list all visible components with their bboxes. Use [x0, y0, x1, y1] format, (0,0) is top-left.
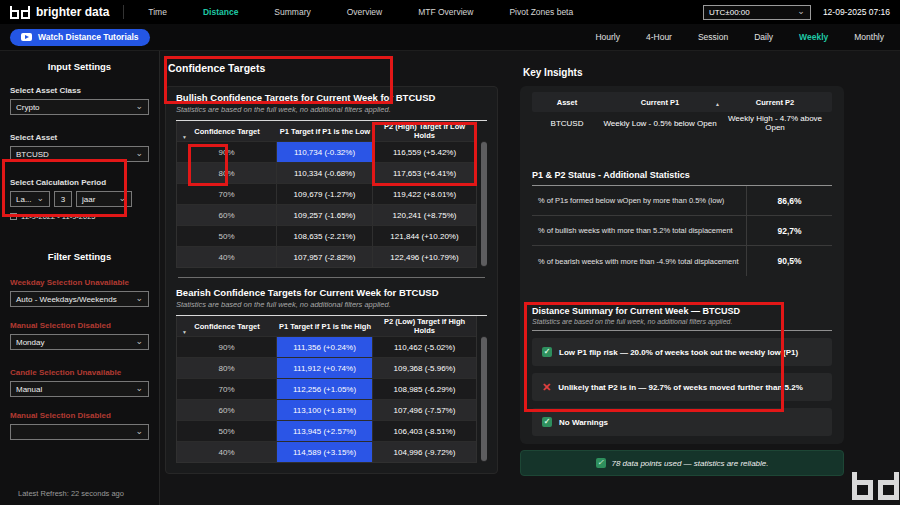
table-row[interactable]: 60%109,257 (-1.65%)120,241 (+8.75%) — [177, 204, 476, 225]
summary-row: ✓No Warnings — [532, 408, 832, 436]
weekday-selection-select[interactable]: Auto - Weekdays/Weekends ⌄ — [10, 291, 149, 307]
manual-weekday-select[interactable]: Monday ⌄ — [10, 334, 149, 350]
insights-table-header: Asset Current P1 ▲ Current P2 — [532, 92, 832, 112]
bd-watermark-logo — [852, 472, 899, 500]
calc-period-mode-select[interactable]: La... ⌄ — [10, 191, 50, 207]
table-row[interactable]: 60%113,100 (+1.81%)107,496 (-7.57%) — [177, 399, 476, 420]
stat-row: % of bearish weeks with more than -4.9% … — [532, 246, 832, 276]
bullish-heading: Bullish Confidence Targets for Current W… — [176, 92, 487, 103]
table-cell: 107,957 (-2.82%) — [277, 247, 373, 267]
sort-desc-icon: ▼ — [182, 134, 187, 140]
table-cell: 60% — [177, 205, 277, 225]
stat-value: 92,7% — [746, 216, 832, 245]
watch-tutorials-label: Watch Distance Tutorials — [38, 32, 139, 42]
table-row[interactable]: 70%112,256 (+1.05%)108,985 (-6.29%) — [177, 378, 476, 399]
tab-session[interactable]: Session — [698, 32, 728, 42]
table-cell: 70% — [177, 184, 277, 204]
col-p1-target[interactable]: P1 Target if P1 is the Low — [277, 127, 373, 136]
check-icon: ✓ — [596, 458, 606, 468]
calc-period-unit-select[interactable]: jaar ⌄ — [76, 191, 132, 207]
summary-row: ✕Unlikely that P2 is in — 92.7% of weeks… — [532, 373, 832, 401]
chevron-down-icon: ⌄ — [135, 428, 143, 434]
table-cell: 50% — [177, 421, 277, 441]
brand-name: brighter data — [36, 5, 109, 19]
bearish-table: ▼ Confidence Target P1 Target if P1 is t… — [176, 316, 477, 463]
nav-tab-mtf-overview[interactable]: MTF Overview — [418, 7, 473, 17]
manual-candle-label: Manual Selection Disabled — [10, 411, 149, 420]
reliability-banner: ✓ 78 data points used — statistics are r… — [520, 450, 844, 476]
sidebar: Input Settings Select Asset Class Crypto… — [0, 51, 160, 505]
main-nav: Time Distance Summary Overview MTF Overv… — [148, 7, 573, 17]
table-row[interactable]: 70%109,679 (-1.27%)119,422 (+8.01%) — [177, 183, 476, 204]
sort-desc-icon: ▼ — [182, 329, 187, 335]
nav-tab-summary[interactable]: Summary — [274, 7, 310, 17]
table-row[interactable]: 50%113,945 (+2.57%)106,403 (-8.51%) — [177, 420, 476, 441]
table-cell: 90% — [177, 142, 277, 162]
timeframe-tabs: Hourly 4-Hour Session Daily Weekly Month… — [595, 32, 890, 42]
bearish-note: Statistics are based on the full week, n… — [176, 300, 487, 309]
col-p2-target[interactable]: P2 (High) Target if Low Holds — [373, 122, 476, 140]
summary-row: ✓Low P1 flip risk — 20.0% of weeks took … — [532, 338, 832, 366]
stats-list: % of P1s formed below wOpen by more than… — [532, 186, 832, 276]
nav-tab-distance[interactable]: Distance — [203, 7, 238, 17]
col-current-p1[interactable]: Current P1 ▲ — [602, 98, 718, 107]
tab-monthly[interactable]: Monthly — [854, 32, 884, 42]
timezone-select[interactable]: UTC±00:00 ⌄ — [703, 5, 811, 20]
table-cell: 40% — [177, 442, 277, 462]
col-p2-target[interactable]: P2 (Low) Target if High Holds — [373, 317, 476, 335]
divider — [178, 277, 485, 278]
nav-tab-time[interactable]: Time — [148, 7, 167, 17]
current-p1-cell: Weekly Low - 0.5% below Open — [602, 119, 718, 128]
bearish-table-header: ▼ Confidence Target P1 Target if P1 is t… — [177, 316, 476, 336]
table-row[interactable]: 40%107,957 (-2.82%)122,496 (+10.79%) — [177, 246, 476, 267]
nav-tab-pivot-zones[interactable]: Pivot Zones beta — [509, 7, 573, 17]
asset-label: Select Asset — [10, 133, 149, 142]
chevron-down-icon: ⌄ — [36, 195, 44, 201]
stat-row: % of bullish weeks with more than 5.2% t… — [532, 216, 832, 246]
candle-selection-select[interactable]: Manual ⌄ — [10, 381, 149, 397]
weekday-selection-label: Weekday Selection Unavailable — [10, 278, 149, 287]
col-confidence-target[interactable]: ▼ Confidence Target — [177, 127, 277, 136]
table-cell: 116,559 (+5.42%) — [373, 142, 476, 162]
confidence-targets-title: Confidence Targets — [168, 62, 510, 74]
divider — [123, 5, 124, 19]
col-confidence-target[interactable]: ▼ Confidence Target — [177, 322, 277, 331]
col-p1-target[interactable]: P1 Target if P1 is the High — [277, 322, 373, 331]
current-datetime: 12-09-2025 07:16 — [823, 7, 890, 17]
table-cell: 107,496 (-7.57%) — [373, 400, 476, 420]
tab-weekly[interactable]: Weekly — [799, 32, 828, 42]
reliability-banner-text: 78 data points used — statistics are rel… — [612, 459, 769, 468]
calc-period-mode-value: La... — [16, 195, 32, 204]
weekday-selection-value: Auto - Weekdays/Weekends — [16, 295, 117, 304]
tab-daily[interactable]: Daily — [754, 32, 773, 42]
nav-tab-overview[interactable]: Overview — [347, 7, 382, 17]
tab-4hour[interactable]: 4-Hour — [646, 32, 672, 42]
table-cell: 90% — [177, 337, 277, 357]
tab-hourly[interactable]: Hourly — [595, 32, 620, 42]
scrollbar-thumb[interactable] — [481, 142, 487, 266]
insights-table-row[interactable]: BTCUSD Weekly Low - 0.5% below Open Week… — [532, 112, 832, 134]
col-current-p2[interactable]: Current P2 — [718, 98, 832, 107]
distance-summary-note: Statistics are based on the full week, n… — [532, 318, 832, 331]
table-cell: 40% — [177, 247, 277, 267]
table-row[interactable]: 90%110,734 (-0.32%)116,559 (+5.42%) — [177, 141, 476, 162]
table-row[interactable]: 80%110,334 (-0.68%)117,653 (+6.41%) — [177, 162, 476, 183]
scrollbar-thumb[interactable] — [481, 337, 487, 461]
table-cell: 111,912 (+0.74%) — [277, 358, 373, 378]
table-row[interactable]: 80%111,912 (+0.74%)109,368 (-5.96%) — [177, 357, 476, 378]
chevron-down-icon: ⌄ — [135, 338, 143, 344]
table-cell: 109,368 (-5.96%) — [373, 358, 476, 378]
table-row[interactable]: 50%108,635 (-2.21%)121,844 (+10.20%) — [177, 225, 476, 246]
chevron-down-icon: ⌄ — [135, 385, 143, 391]
asset-class-select[interactable]: Crypto ⌄ — [10, 99, 149, 115]
col-asset[interactable]: Asset — [532, 98, 602, 107]
input-settings-title: Input Settings — [10, 61, 149, 72]
table-row[interactable]: 90%111,356 (+0.24%)110,462 (-5.02%) — [177, 336, 476, 357]
check-icon: ✓ — [542, 347, 552, 357]
calc-period-count-input[interactable]: 3 — [54, 191, 72, 207]
manual-candle-select[interactable]: ⌄ — [10, 424, 149, 440]
asset-select[interactable]: BTCUSD ⌄ — [10, 146, 149, 162]
table-cell: 108,985 (-6.29%) — [373, 379, 476, 399]
watch-tutorials-button[interactable]: Watch Distance Tutorials — [10, 29, 150, 46]
table-row[interactable]: 40%114,589 (+3.15%)104,996 (-9.72%) — [177, 441, 476, 462]
